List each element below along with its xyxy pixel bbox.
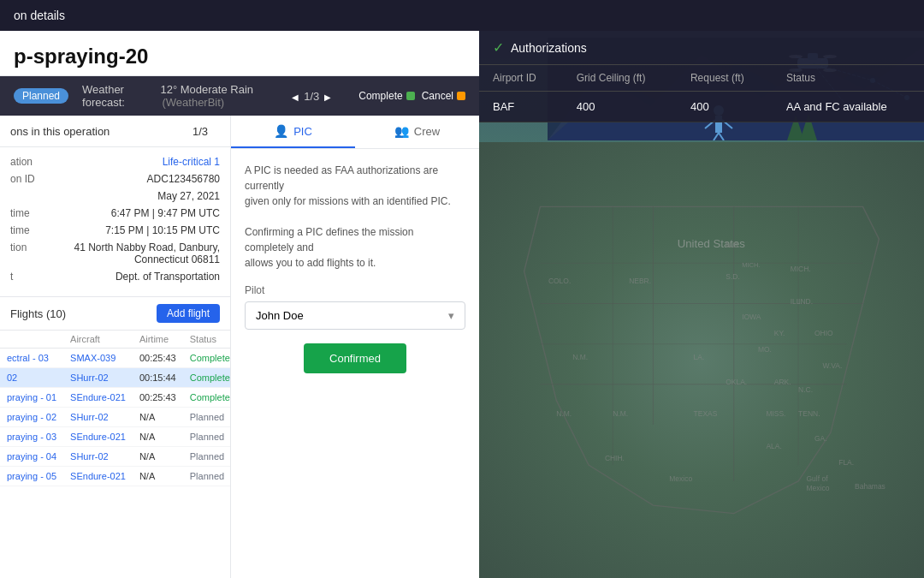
pilot-select[interactable]: John Doe ▾ bbox=[245, 301, 465, 330]
flight-name[interactable]: praying - 04 bbox=[0, 447, 63, 467]
svg-text:ALA.: ALA. bbox=[766, 442, 781, 450]
svg-text:MICH.: MICH. bbox=[742, 261, 760, 269]
svg-text:ARK.: ARK. bbox=[774, 378, 791, 386]
flight-name[interactable]: praying - 03 bbox=[0, 427, 63, 447]
complete-button-area: Complete bbox=[358, 90, 414, 102]
pic-content: A PIC is needed as FAA authorizations ar… bbox=[231, 149, 479, 578]
auth-grid-ceiling: 400 bbox=[563, 92, 677, 122]
table-row[interactable]: praying - 05 SEndure-021 N/A Planned bbox=[0, 467, 230, 486]
flight-aircraft[interactable]: SEndure-021 bbox=[63, 427, 133, 447]
flight-name[interactable]: praying - 05 bbox=[0, 467, 63, 486]
svg-text:GA.: GA. bbox=[814, 434, 827, 443]
mission-start-value: 6:47 PM | 9:47 PM UTC bbox=[111, 207, 220, 219]
operation-title-area: p-spraying-20 bbox=[0, 31, 479, 76]
flight-airtime: 00:25:43 bbox=[133, 349, 183, 368]
flights-header: Flights (10) Add flight bbox=[0, 297, 230, 331]
flight-name[interactable]: 02 bbox=[0, 368, 63, 388]
svg-text:Mexico: Mexico bbox=[807, 484, 830, 492]
pic-icon: 👤 bbox=[274, 124, 288, 138]
missions-header-text: ons in this operation bbox=[10, 125, 110, 138]
svg-text:N.M.: N.M. bbox=[613, 409, 628, 418]
auth-header-row: Airport ID Grid Ceiling (ft) Request (ft… bbox=[479, 65, 924, 92]
flight-name[interactable]: praying - 01 bbox=[0, 388, 63, 408]
svg-text:MO.: MO. bbox=[758, 345, 772, 354]
flight-airtime: N/A bbox=[133, 467, 183, 486]
flight-aircraft[interactable]: SEndure-021 bbox=[63, 467, 133, 486]
flight-aircraft[interactable]: SMAX-039 bbox=[63, 349, 133, 368]
svg-text:N.M.: N.M. bbox=[556, 409, 572, 418]
svg-text:TEXAS: TEXAS bbox=[694, 409, 718, 418]
status-bar: Planned Weather forecast: 12° Moderate R… bbox=[0, 76, 479, 116]
flight-aircraft[interactable]: SHurr-02 bbox=[63, 368, 133, 388]
table-row[interactable]: praying - 02 SHurr-02 N/A Planned bbox=[0, 408, 230, 427]
grid-ceiling-col-header: Grid Ceiling (ft) bbox=[563, 65, 677, 92]
flights-table-header-row: Aircraft Airtime Status bbox=[0, 331, 230, 349]
flight-airtime: 00:15:44 bbox=[133, 368, 183, 388]
table-row[interactable]: praying - 04 SHurr-02 N/A Planned bbox=[0, 447, 230, 467]
mission-type-row: ation Life-critical 1 bbox=[10, 156, 220, 168]
mission-location-label: tion bbox=[10, 241, 27, 265]
weather-page: 1/3 bbox=[304, 90, 319, 103]
mission-end-value: 7:15 PM | 10:15 PM UTC bbox=[105, 224, 220, 236]
flight-aircraft[interactable]: SHurr-02 bbox=[63, 408, 133, 427]
top-bar-title: on details bbox=[14, 9, 65, 22]
flights-table-body: ectral - 03 SMAX-039 00:25:43 Complete 0… bbox=[0, 349, 230, 486]
weather-prev-button[interactable] bbox=[292, 89, 299, 103]
mission-details: ation Life-critical 1 on ID ADC123456780… bbox=[0, 147, 230, 297]
flights-title: Flights (10) bbox=[10, 307, 66, 320]
request-col-header: Request (ft) bbox=[677, 65, 773, 92]
mission-id-label: on ID bbox=[10, 173, 35, 185]
flight-aircraft[interactable]: SEndure-021 bbox=[63, 388, 133, 408]
auth-airport-id: BAF bbox=[479, 92, 563, 122]
flight-status: Planned bbox=[183, 408, 230, 427]
svg-text:Mexico: Mexico bbox=[669, 474, 692, 483]
table-row[interactable]: praying - 03 SEndure-021 N/A Planned bbox=[0, 427, 230, 447]
mission-date-row: May 27, 2021 bbox=[10, 190, 220, 202]
table-row[interactable]: 02 SHurr-02 00:15:44 Complete bbox=[0, 368, 230, 388]
mission-type-label: ation bbox=[10, 156, 33, 168]
flight-status: Planned bbox=[183, 467, 230, 486]
flights-table: Aircraft Airtime Status ectral - 03 SMAX… bbox=[0, 331, 230, 486]
col-airtime-header: Airtime bbox=[133, 331, 183, 349]
svg-text:KY.: KY. bbox=[774, 329, 785, 337]
flight-airtime: N/A bbox=[133, 427, 183, 447]
flight-name[interactable]: praying - 02 bbox=[0, 408, 63, 427]
right-info-panel: 👤 PIC 👥 Crew A PIC is needed as FAA auth… bbox=[231, 116, 479, 578]
tab-pic[interactable]: 👤 PIC bbox=[231, 116, 355, 148]
col-aircraft-header: Aircraft bbox=[63, 331, 133, 349]
chevron-down-icon: ▾ bbox=[448, 309, 454, 322]
missions-next-button[interactable] bbox=[213, 124, 220, 138]
content-area: ons in this operation 1/3 ation Life-cri… bbox=[0, 116, 479, 578]
cancel-button-area: Cancel bbox=[422, 90, 465, 102]
missions-header: ons in this operation 1/3 bbox=[0, 116, 230, 147]
action-buttons: Complete Cancel bbox=[358, 90, 465, 102]
auth-check-icon: ✓ bbox=[493, 39, 504, 56]
flight-aircraft[interactable]: SHurr-02 bbox=[63, 447, 133, 467]
mission-dept-row: t Dept. of Transportation bbox=[10, 271, 220, 283]
mission-id-value: ADC123456780 bbox=[147, 173, 220, 185]
complete-color-dot bbox=[406, 92, 415, 100]
map-overlay: United States COLO. NEBR. N.D. S.D. IOWA… bbox=[479, 142, 924, 578]
auth-table-head: Airport ID Grid Ceiling (ft) Request (ft… bbox=[479, 65, 924, 92]
pic-notice: A PIC is needed as FAA authorizations ar… bbox=[245, 163, 465, 271]
add-flight-button[interactable]: Add flight bbox=[157, 304, 220, 323]
missions-nav: 1/3 bbox=[181, 124, 220, 138]
top-bar: on details bbox=[0, 0, 924, 31]
flights-table-head: Aircraft Airtime Status bbox=[0, 331, 230, 349]
missions-prev-button[interactable] bbox=[181, 124, 187, 138]
col-name-header bbox=[0, 331, 63, 349]
weather-next-button[interactable] bbox=[324, 89, 331, 103]
status-col-header: Status bbox=[773, 65, 924, 92]
flight-name[interactable]: ectral - 03 bbox=[0, 349, 63, 368]
auth-request: 400 bbox=[677, 92, 773, 122]
confirmed-button[interactable]: Confirmed bbox=[304, 343, 406, 373]
table-row[interactable]: praying - 01 SEndure-021 00:25:43 Comple… bbox=[0, 388, 230, 408]
svg-text:COLO.: COLO. bbox=[548, 277, 571, 285]
auth-table: Airport ID Grid Ceiling (ft) Request (ft… bbox=[479, 65, 924, 122]
tab-crew[interactable]: 👥 Crew bbox=[355, 116, 479, 148]
svg-text:TENN.: TENN. bbox=[798, 409, 820, 418]
info-panel: ons in this operation 1/3 ation Life-cri… bbox=[0, 116, 231, 578]
table-row[interactable]: ectral - 03 SMAX-039 00:25:43 Complete bbox=[0, 349, 230, 368]
flight-status: Complete bbox=[183, 388, 230, 408]
mission-end-label: time bbox=[10, 224, 30, 236]
